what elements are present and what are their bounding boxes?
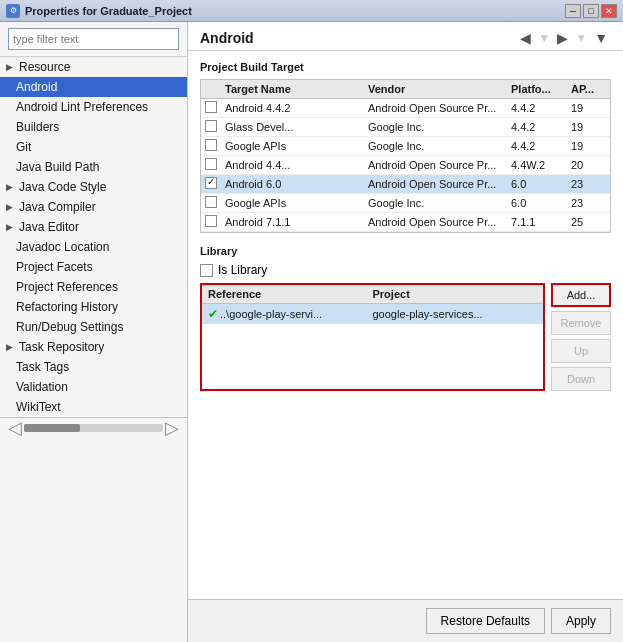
sidebar-item-label: Builders [16, 120, 59, 134]
sidebar-item-validation[interactable]: Validation [0, 377, 187, 397]
sidebar-item-label: Task Tags [16, 360, 69, 374]
sidebar-item-label: Project References [16, 280, 118, 294]
sidebar-item-project-references[interactable]: Project References [0, 277, 187, 297]
nav-back-button[interactable]: ◀ [517, 30, 534, 46]
sidebar-item-label: Android Lint Preferences [16, 100, 148, 114]
row-checkbox[interactable] [205, 158, 217, 170]
row-checkbox[interactable] [205, 101, 217, 113]
sidebar-item-java-compiler[interactable]: ▶Java Compiler [0, 197, 187, 217]
apply-button[interactable]: Apply [551, 608, 611, 634]
minimize-button[interactable]: ─ [565, 4, 581, 18]
sidebar-item-label: Refactoring History [16, 300, 118, 314]
content-title: Android [200, 30, 254, 46]
sidebar-item-label: Javadoc Location [16, 240, 109, 254]
table-row[interactable]: Android 7.1.1 Android Open Source Pr... … [201, 213, 610, 232]
sidebar-item-label: Validation [16, 380, 68, 394]
title-bar: ⚙ Properties for Graduate_Project ─ □ ✕ [0, 0, 623, 22]
row-checkbox[interactable] [205, 139, 217, 151]
title-bar-icon: ⚙ [6, 4, 20, 18]
row-checkbox[interactable] [205, 215, 217, 227]
nav-menu-button[interactable]: ▼ [591, 30, 611, 46]
table-row[interactable]: Android 6.0 Android Open Source Pr... 6.… [201, 175, 610, 194]
sidebar-item-label: Git [16, 140, 31, 154]
sidebar-item-label: WikiText [16, 400, 61, 414]
sidebar-item-javadoc-location[interactable]: Javadoc Location [0, 237, 187, 257]
library-title: Library [200, 245, 611, 257]
sidebar-item-builders[interactable]: Builders [0, 117, 187, 137]
sidebar-item-project-facets[interactable]: Project Facets [0, 257, 187, 277]
sidebar-item-java-editor[interactable]: ▶Java Editor [0, 217, 187, 237]
sidebar-item-label: Task Repository [19, 340, 104, 354]
sidebar-item-label: Java Editor [19, 220, 79, 234]
sidebar-item-refactoring-history[interactable]: Refactoring History [0, 297, 187, 317]
content-panel: Android ◀ ▼ ▶ ▼ ▼ Project Build Target T… [188, 22, 623, 642]
table-row[interactable]: Glass Devel... Google Inc. 4.4.2 19 [201, 118, 610, 137]
maximize-button[interactable]: □ [583, 4, 599, 18]
sidebar-item-android[interactable]: Android [0, 77, 187, 97]
restore-defaults-button[interactable]: Restore Defaults [426, 608, 545, 634]
up-button[interactable]: Up [551, 339, 611, 363]
filter-input[interactable] [8, 28, 179, 50]
table-row[interactable]: Android 4.4... Android Open Source Pr...… [201, 156, 610, 175]
add-button[interactable]: Add... [551, 283, 611, 307]
sidebar-item-wikitext[interactable]: WikiText [0, 397, 187, 417]
sidebar-item-label: Android [16, 80, 57, 94]
sidebar-item-label: Java Build Path [16, 160, 99, 174]
table-row[interactable]: Google APIs Google Inc. 4.4.2 19 [201, 137, 610, 156]
close-button[interactable]: ✕ [601, 4, 617, 18]
sidebar-item-java-build-path[interactable]: Java Build Path [0, 157, 187, 177]
sidebar-item-git[interactable]: Git [0, 137, 187, 157]
sidebar-item-java-code-style[interactable]: ▶Java Code Style [0, 177, 187, 197]
title-bar-text: Properties for Graduate_Project [25, 5, 565, 17]
is-library-label: Is Library [218, 263, 267, 277]
sidebar-item-label: Java Compiler [19, 200, 96, 214]
row-checkbox[interactable] [205, 120, 217, 132]
row-checkbox[interactable] [205, 177, 217, 189]
sidebar-item-label: Run/Debug Settings [16, 320, 123, 334]
nav-forward-button[interactable]: ▶ [554, 30, 571, 46]
table-row[interactable]: Google APIs Google Inc. 6.0 23 [201, 194, 610, 213]
sidebar: ▶ResourceAndroidAndroid Lint Preferences… [0, 22, 188, 642]
sidebar-item-task-repository[interactable]: ▶Task Repository [0, 337, 187, 357]
library-section: Library Is Library Reference Project ✔..… [200, 245, 611, 391]
table-row[interactable]: Android 4.4.2 Android Open Source Pr... … [201, 99, 610, 118]
sidebar-item-label: Project Facets [16, 260, 93, 274]
row-checkbox[interactable] [205, 196, 217, 208]
build-target-section: Project Build Target Target Name Vendor … [200, 61, 611, 233]
sidebar-item-label: Java Code Style [19, 180, 106, 194]
down-button[interactable]: Down [551, 367, 611, 391]
sidebar-item-android-lint[interactable]: Android Lint Preferences [0, 97, 187, 117]
is-library-checkbox[interactable] [200, 264, 213, 277]
sidebar-item-label: Resource [19, 60, 70, 74]
sidebar-item-run-debug[interactable]: Run/Debug Settings [0, 317, 187, 337]
sidebar-item-task-tags[interactable]: Task Tags [0, 357, 187, 377]
build-target-title: Project Build Target [200, 61, 611, 73]
remove-button[interactable]: Remove [551, 311, 611, 335]
lib-table-row[interactable]: ✔..\google-play-servi... google-play-ser… [202, 304, 543, 324]
sidebar-item-resource[interactable]: ▶Resource [0, 57, 187, 77]
